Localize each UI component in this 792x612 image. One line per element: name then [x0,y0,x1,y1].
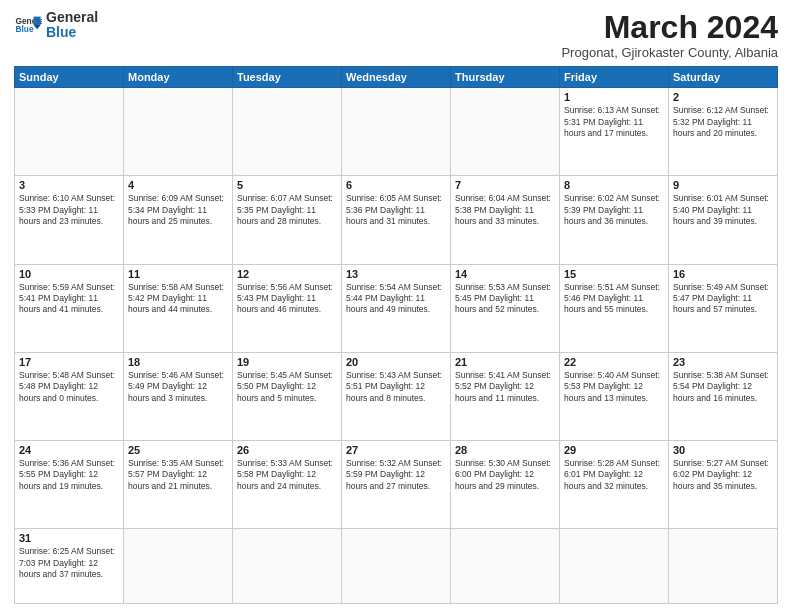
day-info: Sunrise: 5:40 AM Sunset: 5:53 PM Dayligh… [564,370,664,404]
weekday-header: Friday [560,67,669,88]
day-info: Sunrise: 5:35 AM Sunset: 5:57 PM Dayligh… [128,458,228,492]
calendar-week-row: 3Sunrise: 6:10 AM Sunset: 5:33 PM Daylig… [15,176,778,264]
calendar-cell: 5Sunrise: 6:07 AM Sunset: 5:35 PM Daylig… [233,176,342,264]
day-info: Sunrise: 6:09 AM Sunset: 5:34 PM Dayligh… [128,193,228,227]
day-number: 31 [19,532,119,544]
day-info: Sunrise: 5:33 AM Sunset: 5:58 PM Dayligh… [237,458,337,492]
calendar-cell: 14Sunrise: 5:53 AM Sunset: 5:45 PM Dayli… [451,264,560,352]
day-number: 14 [455,268,555,280]
weekday-header: Monday [124,67,233,88]
weekday-header: Sunday [15,67,124,88]
calendar-week-row: 17Sunrise: 5:48 AM Sunset: 5:48 PM Dayli… [15,352,778,440]
calendar-cell: 10Sunrise: 5:59 AM Sunset: 5:41 PM Dayli… [15,264,124,352]
day-info: Sunrise: 6:07 AM Sunset: 5:35 PM Dayligh… [237,193,337,227]
day-number: 9 [673,179,773,191]
day-info: Sunrise: 6:02 AM Sunset: 5:39 PM Dayligh… [564,193,664,227]
day-number: 16 [673,268,773,280]
calendar-week-row: 31Sunrise: 6:25 AM Sunset: 7:03 PM Dayli… [15,529,778,604]
svg-marker-3 [34,25,41,29]
day-info: Sunrise: 5:32 AM Sunset: 5:59 PM Dayligh… [346,458,446,492]
day-info: Sunrise: 6:10 AM Sunset: 5:33 PM Dayligh… [19,193,119,227]
calendar-cell: 24Sunrise: 5:36 AM Sunset: 5:55 PM Dayli… [15,440,124,528]
day-info: Sunrise: 6:25 AM Sunset: 7:03 PM Dayligh… [19,546,119,580]
day-number: 10 [19,268,119,280]
calendar-cell: 22Sunrise: 5:40 AM Sunset: 5:53 PM Dayli… [560,352,669,440]
calendar-cell: 2Sunrise: 6:12 AM Sunset: 5:32 PM Daylig… [669,88,778,176]
day-number: 27 [346,444,446,456]
day-info: Sunrise: 5:27 AM Sunset: 6:02 PM Dayligh… [673,458,773,492]
calendar-cell: 25Sunrise: 5:35 AM Sunset: 5:57 PM Dayli… [124,440,233,528]
day-info: Sunrise: 5:48 AM Sunset: 5:48 PM Dayligh… [19,370,119,404]
day-number: 11 [128,268,228,280]
calendar-cell: 30Sunrise: 5:27 AM Sunset: 6:02 PM Dayli… [669,440,778,528]
calendar-cell: 3Sunrise: 6:10 AM Sunset: 5:33 PM Daylig… [15,176,124,264]
calendar-cell: 12Sunrise: 5:56 AM Sunset: 5:43 PM Dayli… [233,264,342,352]
day-info: Sunrise: 5:41 AM Sunset: 5:52 PM Dayligh… [455,370,555,404]
day-info: Sunrise: 5:38 AM Sunset: 5:54 PM Dayligh… [673,370,773,404]
calendar-cell: 1Sunrise: 6:13 AM Sunset: 5:31 PM Daylig… [560,88,669,176]
calendar-cell: 23Sunrise: 5:38 AM Sunset: 5:54 PM Dayli… [669,352,778,440]
day-info: Sunrise: 5:53 AM Sunset: 5:45 PM Dayligh… [455,282,555,316]
calendar-cell: 6Sunrise: 6:05 AM Sunset: 5:36 PM Daylig… [342,176,451,264]
calendar-week-row: 24Sunrise: 5:36 AM Sunset: 5:55 PM Dayli… [15,440,778,528]
calendar-cell [233,88,342,176]
day-info: Sunrise: 5:28 AM Sunset: 6:01 PM Dayligh… [564,458,664,492]
logo-icon: General Blue [14,11,42,39]
calendar-cell [669,529,778,604]
calendar-cell: 8Sunrise: 6:02 AM Sunset: 5:39 PM Daylig… [560,176,669,264]
calendar-cell [124,529,233,604]
weekday-header: Thursday [451,67,560,88]
day-number: 7 [455,179,555,191]
calendar-week-row: 1Sunrise: 6:13 AM Sunset: 5:31 PM Daylig… [15,88,778,176]
day-number: 22 [564,356,664,368]
calendar-cell: 16Sunrise: 5:49 AM Sunset: 5:47 PM Dayli… [669,264,778,352]
day-info: Sunrise: 6:12 AM Sunset: 5:32 PM Dayligh… [673,105,773,139]
calendar-cell [233,529,342,604]
title-block: March 2024 Progonat, Gjirokaster County,… [561,10,778,60]
logo-blue: Blue [46,25,98,40]
calendar-cell: 7Sunrise: 6:04 AM Sunset: 5:38 PM Daylig… [451,176,560,264]
calendar-cell: 15Sunrise: 5:51 AM Sunset: 5:46 PM Dayli… [560,264,669,352]
calendar-header-row: SundayMondayTuesdayWednesdayThursdayFrid… [15,67,778,88]
weekday-header: Saturday [669,67,778,88]
logo-general: General [46,10,98,25]
page: General Blue General Blue March 2024 Pro… [0,0,792,612]
day-info: Sunrise: 5:36 AM Sunset: 5:55 PM Dayligh… [19,458,119,492]
calendar-cell: 20Sunrise: 5:43 AM Sunset: 5:51 PM Dayli… [342,352,451,440]
calendar-cell: 17Sunrise: 5:48 AM Sunset: 5:48 PM Dayli… [15,352,124,440]
calendar-cell: 13Sunrise: 5:54 AM Sunset: 5:44 PM Dayli… [342,264,451,352]
logo-wordmark: General Blue [46,10,98,41]
day-info: Sunrise: 5:58 AM Sunset: 5:42 PM Dayligh… [128,282,228,316]
day-info: Sunrise: 5:59 AM Sunset: 5:41 PM Dayligh… [19,282,119,316]
day-number: 30 [673,444,773,456]
day-number: 29 [564,444,664,456]
day-info: Sunrise: 5:45 AM Sunset: 5:50 PM Dayligh… [237,370,337,404]
calendar-table: SundayMondayTuesdayWednesdayThursdayFrid… [14,66,778,604]
calendar-cell [15,88,124,176]
calendar-cell: 21Sunrise: 5:41 AM Sunset: 5:52 PM Dayli… [451,352,560,440]
calendar-cell [124,88,233,176]
day-info: Sunrise: 5:43 AM Sunset: 5:51 PM Dayligh… [346,370,446,404]
weekday-header: Tuesday [233,67,342,88]
day-number: 18 [128,356,228,368]
location: Progonat, Gjirokaster County, Albania [561,45,778,60]
day-number: 25 [128,444,228,456]
calendar-cell [560,529,669,604]
day-number: 8 [564,179,664,191]
day-number: 17 [19,356,119,368]
day-info: Sunrise: 5:51 AM Sunset: 5:46 PM Dayligh… [564,282,664,316]
day-info: Sunrise: 6:04 AM Sunset: 5:38 PM Dayligh… [455,193,555,227]
calendar-cell: 19Sunrise: 5:45 AM Sunset: 5:50 PM Dayli… [233,352,342,440]
calendar-cell: 18Sunrise: 5:46 AM Sunset: 5:49 PM Dayli… [124,352,233,440]
day-number: 28 [455,444,555,456]
day-info: Sunrise: 5:46 AM Sunset: 5:49 PM Dayligh… [128,370,228,404]
day-number: 23 [673,356,773,368]
day-number: 20 [346,356,446,368]
svg-text:Blue: Blue [15,24,33,34]
day-info: Sunrise: 5:30 AM Sunset: 6:00 PM Dayligh… [455,458,555,492]
header: General Blue General Blue March 2024 Pro… [14,10,778,60]
calendar-cell: 31Sunrise: 6:25 AM Sunset: 7:03 PM Dayli… [15,529,124,604]
day-info: Sunrise: 6:13 AM Sunset: 5:31 PM Dayligh… [564,105,664,139]
month-year: March 2024 [561,10,778,45]
calendar-cell [451,529,560,604]
